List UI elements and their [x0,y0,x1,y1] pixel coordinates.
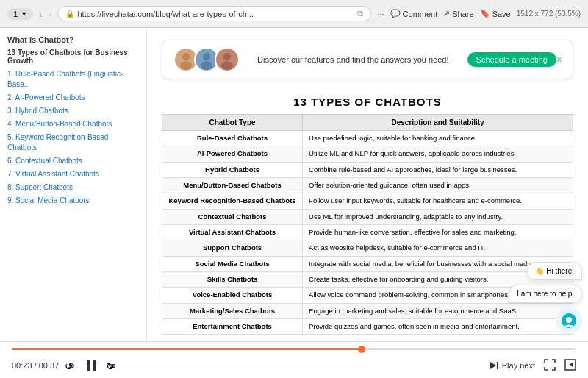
table-cell-type: Menu/Button-Based Chatbots [162,178,303,193]
play-next-icon [489,360,499,371]
sidebar-subtitle: 13 Types of Chatbots for Business Growth [7,49,139,65]
more-button[interactable]: ··· [377,10,384,18]
url-bar[interactable]: 🔒 https://livechatai.com/blog/what-are-t… [57,6,371,21]
sidebar-title: What is Chatbot? [7,35,139,44]
progress-thumb [358,346,365,353]
svg-marker-17 [490,362,496,369]
save-button[interactable]: 🔖 Save [480,9,511,18]
table-cell-type: Virtual Assistant Chatbots [162,225,303,240]
table-row: Contextual ChatbotsUse ML for improved u… [162,209,573,224]
table-row: Hybrid ChatbotsCombine rule-based and AI… [162,162,573,177]
schedule-button[interactable]: Schedule a meeting [467,52,556,67]
chat-logo-icon [560,312,578,329]
table-cell-type: Hybrid Chatbots [162,162,303,177]
rewind-button[interactable]: ↺ 10 [62,357,79,374]
total-time: 00:37 [39,361,60,370]
table-row: Keyword Recognition-Based ChatbotsFollow… [162,193,573,209]
svg-point-3 [182,53,190,60]
table-cell-type: Contextual Chatbots [162,209,303,224]
url-text: https://livechatai.com/blog/what-are-typ… [77,10,354,18]
fast-forward-icon: ↻ 10 [104,358,119,373]
svg-rect-14 [93,360,96,371]
browser-chrome: 1 ▼ ‹ › 🔒 https://livechatai.com/blog/wh… [0,0,588,28]
article-area: Discover our features and find the answe… [147,28,588,341]
table-cell-desc: Provide human-like conversation, effecti… [303,225,573,240]
window-size: 1512 x 772 (53.5%) [517,10,581,18]
chat-greeting: 👋 Hi there! [527,262,582,280]
duplicate-icon[interactable]: ⧉ [357,9,363,18]
table-cell-desc: Use predefined logic, suitable for banki… [303,131,573,146]
nav-forward[interactable]: › [49,8,52,20]
progress-bar-track [12,348,576,350]
sidebar-item[interactable]: 7. Virtual Assistant Chatbots [7,169,139,179]
svg-point-4 [180,61,192,70]
col-header-type: Chatbot Type [162,115,303,131]
nav-back[interactable]: ‹ [39,8,43,20]
notification-banner: Discover our features and find the answe… [162,40,573,79]
table-cell-type: Marketing/Sales Chatbots [162,303,303,318]
svg-text:10: 10 [110,363,115,368]
close-banner-button[interactable]: × [556,54,562,65]
sidebar-item[interactable]: 8. Support Chatbots [7,182,139,193]
svg-point-6 [201,61,212,70]
svg-rect-18 [497,362,498,369]
table-cell-desc: Utilize ML and NLP for quick answers, ap… [303,146,573,162]
chat-response: I am here to help. [509,285,582,303]
table-row: AI-Powered ChatbotsUtilize ML and NLP fo… [162,146,573,162]
main-content: What is Chatbot? 13 Types of Chatbots fo… [0,28,588,341]
svg-rect-13 [87,360,90,371]
current-time: 00:23 [12,361,32,370]
sidebar-item[interactable]: 4. Menu/Button-Based Chatbots [7,119,139,129]
col-header-desc: Description and Suitability [303,115,573,131]
pause-icon [84,358,98,373]
tab-number: 1 [13,10,18,18]
sidebar-item[interactable]: 1. Rule-Based Chatbots (Linguistic-Base.… [7,69,139,90]
sidebar-item[interactable]: 5. Keyword Recognition-Based Chatbots [7,132,139,153]
table-caption: 13 Types of Chatbots [162,90,573,114]
tab-chevron[interactable]: ▼ [21,10,27,18]
fast-forward-button[interactable]: ↻ 10 [103,357,121,374]
fullscreen-button[interactable] [544,359,556,373]
rewind-icon: ↺ 10 [63,358,78,373]
lock-icon: 🔒 [65,10,74,18]
share-icon: ↗ [443,9,450,18]
svg-point-10 [566,317,572,323]
table-row: Rule-Based ChatbotsUse predefined logic,… [162,131,573,146]
expand-alt-icon [564,359,576,371]
play-next-button[interactable]: Play next [489,360,535,371]
share-button[interactable]: ↗ Share [443,9,473,18]
svg-text:10: 10 [68,363,74,368]
table-cell-desc: Offer solution-oriented guidance, often … [303,178,573,193]
table-cell-desc: Act as website helpdesk, suitable for e-… [303,240,573,256]
table-cell-type: Keyword Recognition-Based Chatbots [162,193,303,209]
table-cell-type: Social Media Chatbots [162,256,303,271]
table-row: Support ChatbotsAct as website helpdesk,… [162,240,573,256]
progress-bar-fill [12,348,362,350]
chat-widget: 👋 Hi there! I am here to help. [509,262,582,334]
svg-point-5 [203,53,210,60]
sidebar-item[interactable]: 3. Hybrid Chatbots [7,106,139,116]
comment-button[interactable]: 💬 Comment [390,9,438,18]
sidebar-item[interactable]: 2. AI-Powered Chatbots [7,93,139,103]
browser-tab[interactable]: 1 ▼ [7,8,33,20]
sidebar: What is Chatbot? 13 Types of Chatbots fo… [0,28,147,341]
svg-marker-20 [569,363,573,367]
time-display: 00:23 / 00:37 [12,361,59,370]
expand-icon [544,359,556,371]
bookmark-icon: 🔖 [480,9,490,18]
table-cell-type: Support Chatbots [162,240,303,256]
chat-icon[interactable] [556,307,582,334]
comment-icon: 💬 [390,9,401,18]
play-pause-button[interactable] [82,357,100,374]
controls-left: 00:23 / 00:37 ↺ 10 ↻ 10 [12,357,121,374]
avatar-group [173,46,239,73]
sidebar-item[interactable]: 6. Contextual Chatbots [7,156,139,166]
svg-point-8 [221,61,233,70]
table-row: Virtual Assistant ChatbotsProvide human-… [162,225,573,240]
sidebar-item[interactable]: 9. Social Media Chatbots [7,196,139,206]
table-row: Menu/Button-Based ChatbotsOffer solution… [162,178,573,193]
table-cell-type: Entertainment Chatbots [162,319,303,335]
progress-bar-container[interactable] [12,342,576,353]
fullscreen-alt-button[interactable] [564,359,576,373]
video-controls: 00:23 / 00:37 ↺ 10 ↻ 10 [0,341,588,378]
